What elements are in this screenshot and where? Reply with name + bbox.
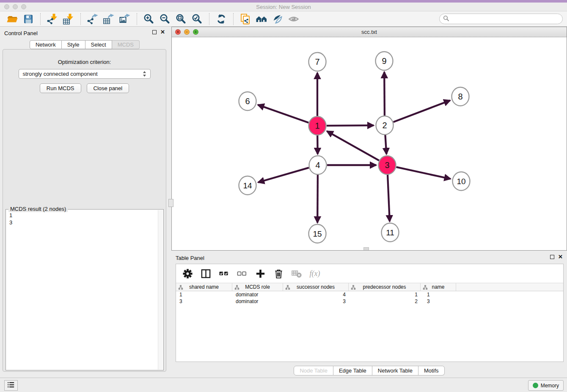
cell[interactable]: 1: [421, 291, 456, 298]
cell[interactable]: 2: [349, 298, 421, 305]
graph-edge-1-2[interactable]: [327, 125, 374, 126]
network-graph[interactable]: 7968124314101511: [172, 37, 567, 250]
delete-icon[interactable]: [273, 268, 284, 279]
graph-edge-1-4[interactable]: [317, 135, 318, 154]
task-history-button[interactable]: [4, 380, 18, 391]
zoom-out-icon[interactable]: [159, 13, 171, 25]
column-header-shared-name[interactable]: shared name: [176, 283, 232, 291]
apply-layout-icon[interactable]: [215, 13, 228, 25]
zoom-in-icon[interactable]: [143, 13, 155, 25]
cell[interactable]: 1: [176, 291, 232, 298]
network-resize-handle[interactable]: [363, 247, 369, 250]
graph-node-9[interactable]: 9: [376, 52, 393, 70]
export-table-icon[interactable]: [102, 13, 115, 25]
cell[interactable]: 3: [421, 298, 456, 305]
column-header-MCDS-role[interactable]: MCDS role: [232, 283, 283, 291]
optimization-criterion-select[interactable]: strongly connected component: [19, 69, 151, 79]
show-graphics-details-icon[interactable]: [271, 13, 284, 25]
graph-edge-2-3[interactable]: [385, 135, 386, 154]
search-box[interactable]: [439, 14, 563, 24]
toolbar-separator: [137, 13, 137, 25]
network-window-titlebar[interactable]: × − + scc.txt: [172, 27, 567, 37]
graph-edge-3-1[interactable]: [327, 131, 379, 160]
graph-node-15[interactable]: 15: [309, 224, 326, 243]
tab-motifs[interactable]: Motifs: [418, 366, 445, 375]
cell[interactable]: 1: [349, 291, 421, 298]
zoom-selected-icon[interactable]: [191, 13, 204, 25]
close-panel-button[interactable]: Close panel: [87, 83, 129, 93]
deselect-all-icon[interactable]: [237, 268, 248, 279]
column-label: MCDS role: [245, 284, 270, 290]
graph-node-8[interactable]: 8: [452, 87, 469, 106]
column-label: predecessor nodes: [363, 284, 406, 290]
add-icon[interactable]: [255, 268, 266, 279]
graph-edge-3-11[interactable]: [388, 174, 390, 221]
cell[interactable]: dominator: [232, 291, 283, 298]
run-mcds-button[interactable]: Run MCDS: [40, 83, 81, 93]
graph-edge-3-10[interactable]: [396, 167, 451, 179]
cell[interactable]: dominator: [232, 298, 283, 305]
open-session-icon[interactable]: [6, 13, 19, 25]
graph-edge-1-6[interactable]: [258, 105, 309, 123]
close-table-panel-icon[interactable]: ✕: [558, 255, 563, 259]
graph-node-3[interactable]: 3: [379, 156, 396, 174]
memory-button[interactable]: Memory: [528, 380, 564, 391]
memory-status-icon: [533, 383, 538, 388]
hide-graphics-details-icon: [287, 13, 300, 25]
graph-node-4[interactable]: 4: [309, 156, 327, 174]
tab-edge-table[interactable]: Edge Table: [333, 366, 372, 375]
tab-node-table[interactable]: Node Table: [294, 366, 333, 375]
float-panel-icon[interactable]: [152, 30, 157, 34]
graph-node-6[interactable]: 6: [239, 92, 256, 110]
table-row[interactable]: 1dominator411: [176, 291, 563, 298]
network-zoom-icon[interactable]: +: [193, 29, 198, 35]
tab-select[interactable]: Select: [85, 40, 112, 49]
import-network-icon[interactable]: [46, 13, 59, 25]
gear-icon[interactable]: [182, 268, 193, 279]
export-network-icon[interactable]: [86, 13, 99, 25]
graph-edge-4-15[interactable]: [317, 174, 318, 223]
graph-node-14[interactable]: 14: [239, 176, 256, 195]
panel-splitter-handle[interactable]: [168, 199, 173, 207]
select-all-icon[interactable]: [218, 268, 229, 279]
cell[interactable]: 3: [283, 298, 349, 305]
graph-edge-2-8[interactable]: [394, 100, 450, 122]
float-table-panel-icon[interactable]: [550, 255, 554, 259]
tab-network-table[interactable]: Network Table: [372, 366, 418, 375]
table-row[interactable]: 3dominator323: [176, 298, 563, 305]
graph-node-1[interactable]: 1: [309, 116, 326, 135]
column-header-name[interactable]: name: [421, 283, 456, 291]
search-input[interactable]: [451, 16, 559, 22]
tab-style[interactable]: Style: [62, 40, 85, 49]
column-header-predecessor-nodes[interactable]: predecessor nodes: [349, 283, 421, 291]
tab-network[interactable]: Network: [30, 40, 62, 49]
first-neighbors-icon[interactable]: [255, 13, 268, 25]
tab-mcds[interactable]: MCDS: [112, 40, 140, 49]
graph-node-2[interactable]: 2: [376, 116, 394, 135]
graph-edge-4-14[interactable]: [258, 168, 309, 182]
network-canvas[interactable]: 7968124314101511: [172, 37, 567, 250]
cell[interactable]: 4: [283, 291, 349, 298]
graph-edge-2-9[interactable]: [384, 72, 385, 116]
cell[interactable]: 3: [176, 298, 232, 305]
network-minimize-icon[interactable]: −: [184, 29, 190, 35]
graph-node-10[interactable]: 10: [453, 172, 470, 190]
graph-node-11[interactable]: 11: [382, 223, 399, 242]
zoom-window-icon[interactable]: [21, 4, 26, 9]
network-close-icon[interactable]: ×: [175, 29, 181, 35]
close-window-icon[interactable]: [4, 4, 9, 9]
close-panel-icon[interactable]: ✕: [160, 30, 165, 34]
column-header-successor-nodes[interactable]: successor nodes: [283, 283, 349, 291]
export-image-icon[interactable]: [118, 13, 131, 25]
columns-icon[interactable]: [200, 268, 211, 279]
minimize-window-icon[interactable]: [13, 4, 18, 9]
save-session-icon[interactable]: [22, 13, 35, 25]
result-scrollbar[interactable]: [158, 210, 163, 370]
result-line: 1: [9, 212, 154, 219]
mcds-result-text[interactable]: 13: [6, 210, 157, 370]
status-bar: Memory: [0, 378, 567, 392]
new-network-from-selection-icon[interactable]: [239, 13, 252, 25]
import-table-icon[interactable]: [62, 13, 75, 25]
zoom-fit-icon[interactable]: [175, 13, 187, 25]
graph-node-7[interactable]: 7: [309, 52, 326, 71]
